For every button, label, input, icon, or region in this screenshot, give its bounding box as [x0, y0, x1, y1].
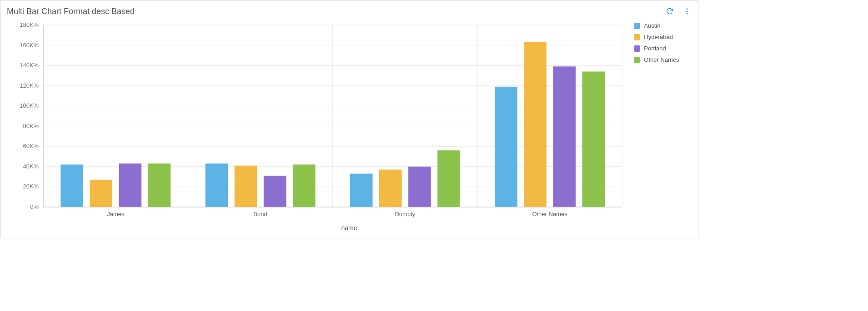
x-tick-label: James	[107, 211, 125, 217]
legend-label: Austin	[644, 22, 660, 29]
bar[interactable]	[293, 164, 316, 207]
bar[interactable]	[495, 87, 517, 207]
y-tick-label: 140K%	[20, 62, 39, 69]
legend-swatch	[634, 45, 640, 52]
bar[interactable]	[206, 163, 228, 207]
bar[interactable]	[90, 180, 112, 207]
svg-point-1	[687, 11, 688, 12]
bar[interactable]	[553, 66, 576, 207]
y-tick-label: 180K%	[20, 21, 39, 28]
panel-title: Multi Bar Chart Format desc Based	[7, 7, 135, 16]
bar[interactable]	[119, 163, 142, 207]
bar[interactable]	[235, 166, 257, 207]
bar[interactable]	[350, 173, 373, 207]
bar-chart: 0%20K%40K%60K%80K%100K%120K%140K%160K%18…	[7, 20, 627, 221]
panel-actions	[665, 7, 692, 16]
bar[interactable]	[60, 164, 83, 207]
refresh-icon[interactable]	[665, 7, 674, 16]
bar[interactable]	[264, 176, 286, 207]
legend-item[interactable]: Hyderabad	[634, 34, 692, 40]
bar[interactable]	[582, 71, 605, 207]
svg-point-0	[687, 8, 688, 10]
panel-header: Multi Bar Chart Format desc Based	[7, 5, 692, 18]
y-tick-label: 100K%	[20, 102, 39, 109]
legend-item[interactable]: Portland	[634, 45, 692, 52]
legend-swatch	[634, 34, 640, 40]
x-tick-label: Dumpty	[395, 211, 415, 217]
legend-label: Other Names	[644, 56, 679, 63]
y-tick-label: 20K%	[23, 183, 39, 190]
y-tick-label: 160K%	[20, 42, 39, 49]
x-tick-label: Other Names	[532, 211, 567, 217]
chart-panel: Multi Bar Chart Format desc Based 0%20K%…	[0, 0, 698, 238]
y-tick-label: 120K%	[20, 82, 39, 89]
x-tick-label: Bond	[253, 211, 267, 217]
legend-item[interactable]: Austin	[634, 22, 692, 29]
bar[interactable]	[379, 170, 402, 207]
legend-swatch	[634, 23, 640, 29]
bar[interactable]	[408, 167, 431, 207]
y-tick-label: 60K%	[23, 143, 39, 149]
legend-item[interactable]: Other Names	[634, 56, 692, 63]
svg-point-2	[687, 13, 688, 15]
y-tick-label: 40K%	[23, 163, 39, 170]
chart-body: 0%20K%40K%60K%80K%100K%120K%140K%160K%18…	[7, 20, 692, 221]
legend-label: Portland	[644, 45, 666, 52]
bar[interactable]	[148, 163, 171, 207]
x-axis-title: name	[7, 224, 692, 232]
more-menu-icon[interactable]	[682, 7, 692, 16]
y-tick-label: 0%	[30, 203, 39, 210]
bar[interactable]	[524, 42, 547, 207]
legend-swatch	[634, 57, 640, 63]
y-tick-label: 80K%	[23, 123, 39, 129]
bar[interactable]	[437, 150, 460, 207]
legend: AustinHyderabadPortlandOther Names	[627, 20, 692, 221]
legend-label: Hyderabad	[644, 34, 673, 40]
